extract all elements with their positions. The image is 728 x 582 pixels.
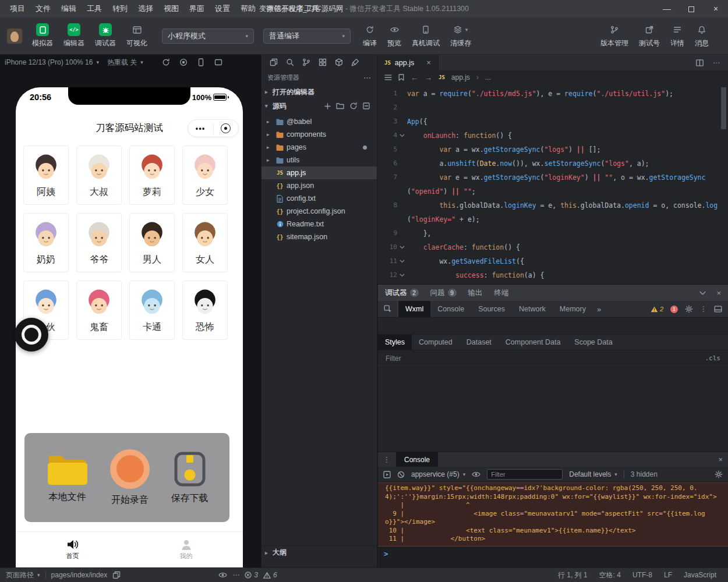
devtools-tab-network[interactable]: Network xyxy=(512,301,553,317)
fold-icon[interactable] xyxy=(397,268,407,282)
console-kebab-icon[interactable]: ⋮ xyxy=(383,456,390,464)
compile-mode-dropdown[interactable]: 普通编译 ▾ xyxy=(263,29,351,44)
editor-scrollbar[interactable] xyxy=(721,87,726,129)
context-selector[interactable]: appservice (#5) ▾ xyxy=(411,470,465,478)
voice-card-10[interactable]: 鬼畜 xyxy=(76,281,122,340)
inspector-tab-computed[interactable]: Computed xyxy=(412,335,460,350)
tablet-icon[interactable] xyxy=(214,58,222,66)
phone-icon[interactable] xyxy=(197,58,205,66)
more-menu-button[interactable]: ••• xyxy=(188,125,213,132)
more-tabs-icon[interactable]: » xyxy=(593,301,605,317)
paint-icon[interactable] xyxy=(351,58,359,66)
menubar-item-6[interactable]: 选择 xyxy=(133,0,158,17)
grid-icon[interactable] xyxy=(319,58,327,66)
close-panel-icon[interactable]: × xyxy=(716,289,721,297)
tree-item-components[interactable]: ▸components xyxy=(261,128,377,141)
panel-tab-problems[interactable]: 问题9 xyxy=(430,288,457,298)
-button[interactable]: ▾清缓存 xyxy=(445,17,476,54)
menubar-item-9[interactable]: 设置 xyxy=(210,0,235,17)
warning-indicator[interactable]: 6 xyxy=(263,571,277,579)
more-actions-icon[interactable]: ⋯ xyxy=(363,73,371,82)
copy-icon[interactable] xyxy=(270,58,278,66)
tree-item-app-js[interactable]: JSapp.js xyxy=(261,166,377,179)
-button[interactable]: 消息 xyxy=(690,17,714,54)
exit-button[interactable] xyxy=(214,123,239,133)
panel-tab-output[interactable]: 输出 xyxy=(468,288,483,298)
back-icon[interactable]: ← xyxy=(411,73,418,82)
inspect-element-icon[interactable] xyxy=(378,301,398,317)
inspector-tab-styles[interactable]: Styles xyxy=(378,335,412,350)
voice-card-4[interactable]: 少女 xyxy=(182,146,228,205)
devtools-tab-sources[interactable]: Sources xyxy=(471,301,512,317)
devtools-settings-icon[interactable] xyxy=(685,305,693,313)
console-tab[interactable]: Console xyxy=(396,452,438,467)
list-icon[interactable] xyxy=(384,74,392,80)
console-settings-icon[interactable] xyxy=(715,470,723,478)
page-path-dropdown[interactable]: 页面路径 ▾ xyxy=(6,570,40,580)
collapse-panel-icon[interactable] xyxy=(699,291,706,295)
close-tab-icon[interactable]: × xyxy=(426,58,431,67)
open-editors-section[interactable]: ▸ 打开的编辑器 xyxy=(261,85,377,99)
outline-section[interactable]: ▸ 大纲 xyxy=(261,545,377,559)
console-filter-input[interactable] xyxy=(487,469,563,480)
-button[interactable]: 编译 xyxy=(358,17,382,54)
search-icon[interactable] xyxy=(286,58,294,66)
inspector-tab-scope-data[interactable]: Scope Data xyxy=(567,335,619,350)
language-mode[interactable]: JavaScript xyxy=(684,571,716,579)
hot-reload-toggle[interactable]: 热重载 关▾ xyxy=(107,58,143,68)
kebab-menu-icon[interactable]: ⋮ xyxy=(700,305,707,313)
close-icon[interactable]: × xyxy=(704,0,728,17)
panel-tab-terminal[interactable]: 终端 xyxy=(494,288,509,298)
menubar-item-4[interactable]: 工具 xyxy=(82,0,107,17)
local-file-button[interactable]: 本地文件 xyxy=(46,452,89,503)
error-indicator[interactable]: 3 xyxy=(245,571,258,579)
tree-item-project-config-json[interactable]: {}project.config.json xyxy=(261,205,377,218)
voice-card-11[interactable]: 卡通 xyxy=(129,281,175,340)
menubar-item-1[interactable]: 项目 xyxy=(5,0,30,17)
menubar-item-8[interactable]: 界面 xyxy=(184,0,210,17)
mode-dropdown[interactable]: 小程序模式 ▾ xyxy=(162,29,254,44)
devtools-tab-wxml[interactable]: Wxml xyxy=(398,301,430,317)
styles-filter[interactable]: Filter xyxy=(386,354,401,363)
save-download-button[interactable]: 保存下载 xyxy=(171,451,208,505)
editor-button[interactable]: </>编辑器 xyxy=(58,17,90,54)
maximize-icon[interactable] xyxy=(679,0,704,17)
devtools-tab-console[interactable]: Console xyxy=(430,301,471,317)
tab-home[interactable]: 首页 xyxy=(16,532,129,567)
tree-item-@babel[interactable]: ▸@babel xyxy=(261,115,377,128)
breadcrumb-file[interactable]: app.js xyxy=(451,73,470,81)
device-selector[interactable]: iPhone 12/13 (Pro) 100% 16▾ xyxy=(5,58,99,66)
voice-card-12[interactable]: 恐怖 xyxy=(182,281,228,340)
console-prompt[interactable]: > xyxy=(384,549,388,558)
user-avatar[interactable] xyxy=(7,29,22,44)
package-icon[interactable] xyxy=(335,58,343,66)
refresh-explorer-icon[interactable] xyxy=(349,102,358,110)
panel-tab-debugger[interactable]: 调试器2 xyxy=(385,288,419,298)
eye-icon[interactable] xyxy=(218,572,227,578)
devtools-tab-memory[interactable]: Memory xyxy=(553,301,593,317)
cursor-position[interactable]: 行 1, 列 1 xyxy=(558,570,588,580)
inspector-tab-component-data[interactable]: Component Data xyxy=(499,335,568,350)
tab-profile[interactable]: 我的 xyxy=(129,532,243,567)
record-icon[interactable] xyxy=(179,58,188,66)
refresh-icon[interactable] xyxy=(162,58,170,66)
tree-item-sitemap-json[interactable]: {}sitemap.json xyxy=(261,230,377,243)
visualizer-button[interactable]: 可视化 xyxy=(121,17,153,54)
simulator-button[interactable]: 模拟器 xyxy=(27,17,58,54)
voice-card-7[interactable]: 男人 xyxy=(129,213,175,272)
voice-card-8[interactable]: 女人 xyxy=(182,213,228,272)
split-editor-icon[interactable] xyxy=(696,59,704,66)
tree-item-pages[interactable]: ▸pages xyxy=(261,141,377,154)
voice-card-6[interactable]: 爷爷 xyxy=(76,213,122,272)
indentation[interactable]: 空格: 4 xyxy=(599,570,621,580)
menubar-item-2[interactable]: 文件 xyxy=(30,0,56,17)
dock-side-icon[interactable] xyxy=(714,306,722,313)
floating-disc-icon[interactable] xyxy=(15,318,48,352)
start-record-button[interactable]: 开始录音 xyxy=(110,449,150,506)
error-count[interactable]: 1 xyxy=(670,306,678,313)
eval-context-icon[interactable] xyxy=(383,471,391,478)
status-more-icon[interactable]: ⋯ xyxy=(232,571,239,579)
collapse-all-icon[interactable] xyxy=(363,102,370,109)
fold-icon[interactable] xyxy=(397,240,407,254)
copy-path-icon[interactable] xyxy=(112,571,121,579)
